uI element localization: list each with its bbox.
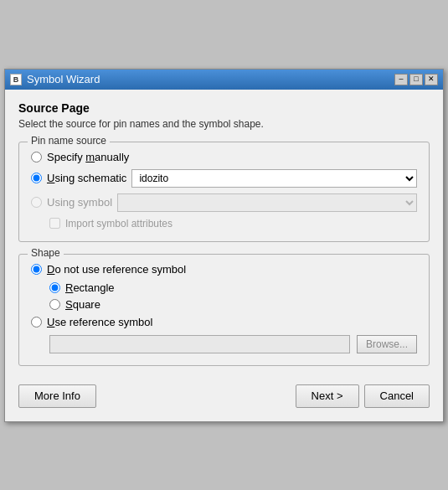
- square-radio[interactable]: [49, 299, 60, 310]
- shape-group: Shape Do not use reference symbol Rectan…: [18, 254, 430, 366]
- no-reference-label[interactable]: Do not use reference symbol: [47, 263, 186, 276]
- title-bar-controls: – □ ✕: [394, 74, 438, 85]
- browse-row: Browse...: [49, 335, 417, 353]
- using-schematic-row: Using schematic idozito: [31, 169, 417, 188]
- pin-name-source-group: Pin name source Specify manually Using s…: [18, 142, 430, 242]
- specify-manually-radio[interactable]: [31, 152, 42, 162]
- specify-manually-label[interactable]: Specify manually: [47, 151, 129, 163]
- square-label[interactable]: Square: [65, 298, 100, 311]
- window-title: Symbol Wizard: [27, 73, 100, 85]
- browse-input[interactable]: [49, 335, 350, 353]
- cancel-button[interactable]: Cancel: [364, 384, 430, 408]
- using-symbol-radio[interactable]: [31, 197, 42, 208]
- using-schematic-radio[interactable]: [31, 173, 42, 183]
- no-reference-radio[interactable]: [31, 264, 42, 275]
- rectangle-radio[interactable]: [49, 282, 60, 293]
- browse-button[interactable]: Browse...: [357, 335, 417, 353]
- title-bar-left: B Symbol Wizard: [10, 73, 100, 85]
- minimize-button[interactable]: –: [394, 74, 408, 85]
- import-attributes-checkbox[interactable]: [49, 218, 60, 229]
- pin-name-source-label: Pin name source: [28, 135, 110, 147]
- page-title: Source Page: [18, 101, 430, 115]
- next-button[interactable]: Next >: [296, 384, 359, 408]
- use-reference-label[interactable]: Use reference symbol: [47, 316, 152, 328]
- using-schematic-label[interactable]: Using schematic: [47, 172, 126, 184]
- more-info-button[interactable]: More Info: [18, 384, 96, 408]
- maximize-button[interactable]: □: [409, 74, 423, 85]
- using-symbol-label: Using symbol: [47, 196, 112, 209]
- symbol-wizard-window: B Symbol Wizard – □ ✕ Source Page Select…: [4, 69, 444, 422]
- specify-manually-row: Specify manually: [31, 151, 417, 163]
- close-button[interactable]: ✕: [425, 74, 438, 85]
- window-icon: B: [10, 74, 22, 85]
- using-symbol-row: Using symbol: [31, 193, 417, 212]
- import-attributes-label: Import symbol attributes: [65, 218, 173, 230]
- use-reference-row: Use reference symbol: [31, 316, 417, 328]
- no-reference-row: Do not use reference symbol: [31, 263, 417, 276]
- right-buttons: Next > Cancel: [296, 384, 430, 408]
- schematic-dropdown[interactable]: idozito: [131, 169, 417, 188]
- title-bar: B Symbol Wizard – □ ✕: [5, 70, 443, 90]
- symbol-dropdown[interactable]: [117, 193, 417, 212]
- rectangle-row: Rectangle: [49, 281, 417, 294]
- import-attributes-row: Import symbol attributes: [49, 218, 417, 230]
- page-subtitle: Select the source for pin names and the …: [18, 118, 430, 130]
- rectangle-label[interactable]: Rectangle: [65, 281, 115, 294]
- window-content: Source Page Select the source for pin na…: [5, 90, 443, 421]
- use-reference-radio[interactable]: [31, 317, 42, 328]
- button-bar: More Info Next > Cancel: [18, 378, 430, 411]
- shape-group-label: Shape: [28, 247, 64, 259]
- square-row: Square: [49, 298, 417, 311]
- shape-inner-options: Rectangle Square: [49, 281, 417, 311]
